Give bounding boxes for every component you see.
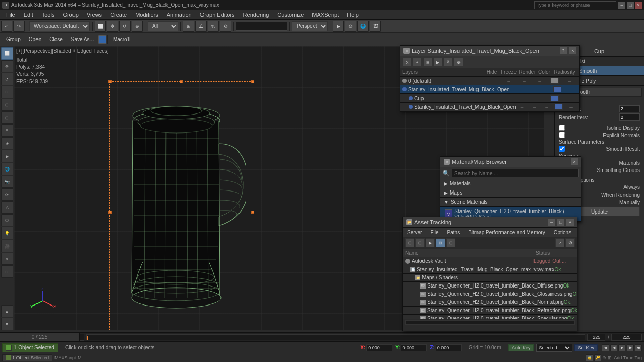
asset-rows[interactable]: Autodesk Vault Logged Out ... 📄 Stanley_…: [403, 257, 577, 319]
viewport-lock-2[interactable]: 🔑: [594, 354, 601, 361]
smooth-result-checkbox[interactable]: [559, 146, 565, 152]
menu-animation[interactable]: Animation: [162, 10, 196, 19]
select-btn[interactable]: ⬜: [95, 21, 106, 32]
close-button[interactable]: ×: [635, 2, 642, 9]
angle-snap[interactable]: ∠: [195, 21, 207, 32]
layer-panel-close-btn[interactable]: ×: [569, 47, 576, 54]
pb-end[interactable]: ⏭: [635, 344, 642, 351]
tool-cameras[interactable]: 🎥: [1, 240, 13, 252]
menu-edit[interactable]: Edit: [20, 10, 38, 19]
tool-spacewarp[interactable]: ≈: [1, 253, 13, 265]
asset-tb-1[interactable]: ⊞: [415, 238, 425, 247]
pb-play[interactable]: ▶: [618, 344, 625, 351]
env-effects[interactable]: 🌐: [357, 21, 369, 32]
set-key-button[interactable]: Set Key: [574, 344, 598, 351]
maps-section[interactable]: ▶ Maps: [440, 188, 581, 198]
menu-create[interactable]: Create: [106, 10, 131, 19]
menu-views[interactable]: Views: [83, 10, 106, 19]
menu-customize[interactable]: Customize: [273, 10, 308, 19]
asset-panel-close[interactable]: ×: [566, 219, 574, 226]
redo-button[interactable]: ↷: [13, 21, 25, 32]
viewport-lock-1[interactable]: 🔒: [586, 354, 593, 361]
render-frame[interactable]: 🖼: [370, 21, 381, 32]
coord-y-input[interactable]: [401, 344, 427, 351]
tool-arrow-down[interactable]: ▼: [1, 318, 13, 330]
render-button[interactable]: ▶: [333, 21, 344, 32]
coord-x-input[interactable]: [366, 344, 392, 351]
asset-tb-3[interactable]: ⊠: [436, 238, 445, 247]
asset-row-6[interactable]: 🖼 Stanley_Quencher_H2.0_travel_tumbler_B…: [403, 307, 577, 315]
asset-panel-minimize[interactable]: –: [548, 219, 555, 226]
iterations-input[interactable]: [619, 105, 640, 112]
asset-tb-0[interactable]: ⊡: [405, 238, 414, 247]
asset-tb-2[interactable]: ▶: [426, 238, 435, 247]
rotate-btn[interactable]: ↺: [119, 21, 131, 32]
render-setup[interactable]: ⚙: [345, 21, 356, 32]
tool-lights[interactable]: 💡: [1, 227, 13, 239]
menu-rendering[interactable]: Rendering: [239, 10, 273, 19]
menu-group[interactable]: Group: [59, 10, 83, 19]
tool-move[interactable]: ✥: [1, 60, 13, 72]
asset-tb-settings[interactable]: ⚙: [565, 238, 575, 247]
tool-environment[interactable]: 🌐: [1, 163, 13, 175]
layer-tb-btn-4[interactable]: ⧖: [444, 58, 453, 67]
layer-panel-header[interactable]: ≡ Layer Stanley_Insulated_Travel_Mug_Bla…: [400, 46, 579, 56]
tool-align[interactable]: ⊟: [1, 111, 13, 124]
workspace-dropdown[interactable]: Workspace: Default: [29, 21, 90, 31]
asset-menu-server[interactable]: Server: [405, 229, 424, 236]
asset-tb-4[interactable]: ⊟: [446, 238, 455, 247]
filter-dropdown[interactable]: All: [148, 21, 178, 31]
tool-material[interactable]: ◈: [1, 137, 13, 149]
snap-toggle[interactable]: ⊞: [183, 21, 194, 32]
key-mode-dropdown[interactable]: Selected: [536, 344, 572, 352]
layer-panel-help-btn[interactable]: ?: [560, 47, 567, 54]
material-search-input[interactable]: [452, 169, 579, 177]
tool-render2[interactable]: 📷: [1, 176, 13, 188]
asset-row-3[interactable]: 🖼 Stanley_Quencher_H2.0_travel_tumbler_B…: [403, 282, 577, 290]
scale-btn[interactable]: ⊕: [132, 21, 143, 32]
save-as-btn[interactable]: Save As...: [67, 34, 98, 45]
layer-tb-btn-1[interactable]: +: [413, 58, 422, 67]
tool-mirror[interactable]: ⊞: [1, 99, 13, 111]
asset-row-2[interactable]: 📁 Maps / Shaders: [403, 274, 577, 282]
menu-file[interactable]: File: [2, 10, 20, 19]
layer-row-0[interactable]: 0 (default) – – – –: [400, 77, 579, 85]
macro1-btn[interactable]: Macro1: [109, 34, 134, 45]
asset-row-5[interactable]: 🖼 Stanley_Quencher_H2.0_travel_tumbler_B…: [403, 298, 577, 307]
tool-scale[interactable]: ⊕: [1, 86, 13, 98]
tool-rotate[interactable]: ↺: [1, 73, 13, 85]
asset-row-4[interactable]: 🖼 Stanley_Quencher_H2.0_travel_tumbler_B…: [403, 290, 577, 298]
tool-render[interactable]: ▶: [1, 150, 13, 162]
pb-start[interactable]: ⏮: [602, 344, 609, 351]
asset-scrollbar-track[interactable]: [405, 320, 575, 325]
tool-helpers[interactable]: ⟳: [1, 188, 13, 201]
layer-tb-btn-2[interactable]: ⊞: [423, 58, 432, 67]
undo-button[interactable]: ↶: [1, 21, 12, 32]
material-panel-close-btn[interactable]: ×: [571, 158, 578, 165]
menu-tools[interactable]: Tools: [38, 10, 59, 19]
asset-row-0[interactable]: Autodesk Vault Logged Out ...: [403, 257, 577, 265]
asset-tb-help[interactable]: ?: [555, 238, 564, 247]
close-btn[interactable]: Close: [45, 34, 67, 45]
layer-row-3[interactable]: Stanley_Insulated_Travel_Mug_Black_Open …: [400, 103, 579, 111]
materials-section[interactable]: ▶ Materials: [440, 179, 581, 188]
search-input[interactable]: [534, 1, 616, 9]
tool-layer[interactable]: ≡: [1, 124, 13, 137]
asset-menu-options[interactable]: Options: [551, 229, 573, 236]
pb-next[interactable]: ▶: [627, 344, 634, 351]
asset-menu-paths[interactable]: Paths: [445, 229, 463, 236]
percent-snap[interactable]: %: [208, 21, 219, 32]
tool-select[interactable]: ⬜: [1, 47, 13, 60]
move-btn[interactable]: ✥: [107, 21, 118, 32]
layer-tb-btn-0[interactable]: X: [402, 58, 412, 67]
tool-arrow-up[interactable]: ▲: [1, 305, 13, 317]
asset-menu-bitmap[interactable]: Bitmap Performance and Memory: [466, 229, 547, 236]
asset-panel-header[interactable]: 📂 Asset Tracking – □ ×: [403, 217, 577, 228]
maximize-button[interactable]: □: [627, 2, 634, 9]
layer-row-2[interactable]: Cup – – – –: [400, 94, 579, 103]
pb-prev[interactable]: ◀: [610, 344, 617, 351]
auto-key-button[interactable]: Auto Key: [508, 344, 535, 351]
selection-set-input[interactable]: [236, 22, 287, 31]
menu-graph-editors[interactable]: Graph Editors: [196, 10, 239, 19]
scene-materials-section[interactable]: ▼ Scene Materials: [440, 198, 581, 207]
